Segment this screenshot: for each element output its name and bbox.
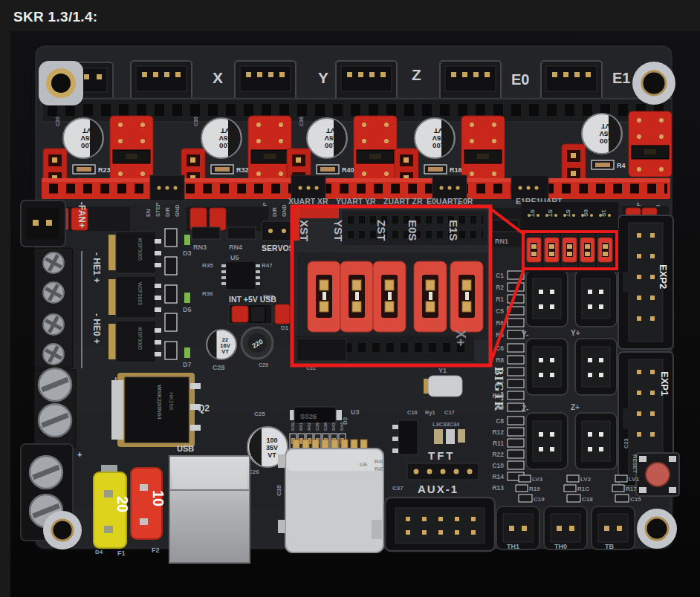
svg-text:C5: C5 <box>496 307 504 315</box>
svg-text:LV1: LV1 <box>629 476 640 483</box>
callout-magnified-view: XST YST ZST E0S E1S X+ <box>292 206 490 365</box>
r46-label: R46 <box>375 459 384 464</box>
servos-label: SERVOS <box>262 244 294 252</box>
d4-label: D4 <box>95 549 103 555</box>
svg-text:R1: R1 <box>496 296 504 303</box>
motor-connector-row: X Y Z E0 E1 <box>73 61 630 102</box>
usb-port <box>169 456 250 563</box>
svg-text:DIR: DIR <box>164 207 171 218</box>
int5v-label: INT +5V USB <box>229 295 276 304</box>
mosfet-he0 <box>108 276 161 318</box>
e1s-label: E1S <box>447 220 460 241</box>
tb-label: TB <box>605 543 614 550</box>
svg-text:R8: R8 <box>496 356 504 364</box>
reset-label: RESET <box>632 454 638 473</box>
d5-label: D5 <box>183 306 192 313</box>
motor-label-x: X <box>213 69 223 86</box>
svg-text:C18: C18 <box>582 496 593 503</box>
d3-label: D3 <box>183 249 192 257</box>
mosfet-he1 <box>108 232 161 273</box>
svg-text:R2: R2 <box>496 284 504 291</box>
driver-ref: R40 <box>342 166 354 174</box>
svg-text:R12: R12 <box>492 428 504 436</box>
svg-text:C15: C15 <box>630 496 641 503</box>
usb-label: USB <box>177 444 194 453</box>
svg-text:ZUART ZR: ZUART ZR <box>383 197 423 206</box>
bigfet-label: WSK220N04 <box>156 385 163 420</box>
int5v-jumper <box>232 306 248 322</box>
svg-text:DIR: DIR <box>271 207 278 218</box>
d1-label: D1 <box>281 324 289 331</box>
aux1-label: AUX-1 <box>418 483 458 495</box>
svg-text:R9: R9 <box>496 404 504 411</box>
c16-label: C16 <box>407 409 418 416</box>
mini-jumper-area: ST ST ST 0S 1S <box>522 202 620 272</box>
he1-label: - HE1 + <box>91 252 102 283</box>
endstop-z-plus <box>575 413 617 469</box>
svg-text:C1: C1 <box>496 272 504 279</box>
xst-label: XST <box>298 220 311 241</box>
f2-label: F2 <box>152 547 160 554</box>
driver-ref: R32 <box>236 166 249 174</box>
e0s-label: E0S <box>406 220 419 241</box>
y-minus-label: Y- <box>522 330 528 339</box>
svg-text:YUART YR: YUART YR <box>336 197 376 206</box>
c23-label: C23 <box>623 438 629 448</box>
endstop-y-minus <box>526 339 568 395</box>
svg-text:C19: C19 <box>534 496 545 503</box>
c35-label: C35 <box>276 485 282 496</box>
svg-text:LV3: LV3 <box>532 476 543 483</box>
r45-label: R45 <box>375 466 384 472</box>
sd-card-slot <box>278 440 383 552</box>
sot-transistor <box>398 420 418 454</box>
svg-text:1S: 1S <box>600 209 607 217</box>
fuse-10a-label: 10 <box>150 490 166 506</box>
motor-label-y: Y <box>318 69 328 86</box>
motor-connector-e1 <box>541 61 602 102</box>
svg-text:LV2: LV2 <box>580 476 592 483</box>
c29-label: C29 <box>259 362 268 368</box>
svg-text:STEP: STEP <box>155 202 161 217</box>
thermistor-connectors: TH1 TH0 TB <box>496 506 635 550</box>
zst-label: ZST <box>375 220 388 241</box>
svg-text:C38: C38 <box>323 422 328 431</box>
svg-text:R39: R39 <box>291 422 295 431</box>
aux1-connector <box>385 498 495 551</box>
main-cap-text: 35V <box>266 444 278 451</box>
r47-label: R47 <box>262 262 273 269</box>
exp1-label: EXP1 <box>659 371 670 396</box>
rn4-label: RN4 <box>229 244 242 251</box>
svg-text:R44: R44 <box>340 422 344 431</box>
svg-text:R42: R42 <box>307 422 311 431</box>
endstop-x-minus <box>526 270 568 327</box>
d7-label: D7 <box>183 361 192 368</box>
lv-clusters: LV3 R19 C19 LV2 R1C C18 LV1 R17 C15 <box>516 475 641 503</box>
fuse-20a-label: 20 <box>114 496 131 512</box>
driver-ref: R16 <box>450 166 462 174</box>
svg-text:R17: R17 <box>626 486 637 492</box>
motor-connector-e0 <box>440 61 501 102</box>
u5-chip <box>226 261 256 290</box>
main-cap-text: VT <box>268 451 276 459</box>
rn4-chip <box>227 227 256 239</box>
svg-text:R1C: R1C <box>577 486 589 492</box>
svg-text:ST: ST <box>529 209 536 217</box>
z-minus-label: Z- <box>522 405 528 413</box>
c28-text: VT <box>221 348 229 355</box>
tft-label: TFT <box>428 449 456 462</box>
svg-text:R19: R19 <box>529 486 540 492</box>
motor-label-e1: E1 <box>612 70 630 86</box>
y1-crystal <box>428 376 462 397</box>
endstop-y-plus <box>575 339 617 395</box>
motor-connector-z <box>336 61 397 102</box>
board-photo: WSF3085 <box>0 0 700 597</box>
svg-text:GND: GND <box>174 204 181 217</box>
rn3-chip <box>192 227 220 239</box>
rn1-label: RN1 <box>495 238 508 245</box>
svg-text:C39: C39 <box>315 422 320 431</box>
c37-label: C37 <box>392 485 404 492</box>
z-plus-label: Z+ <box>571 403 580 411</box>
motor-connector-x <box>131 61 192 102</box>
u6-label: U6 <box>360 461 368 468</box>
th0-label: TH0 <box>554 543 567 550</box>
